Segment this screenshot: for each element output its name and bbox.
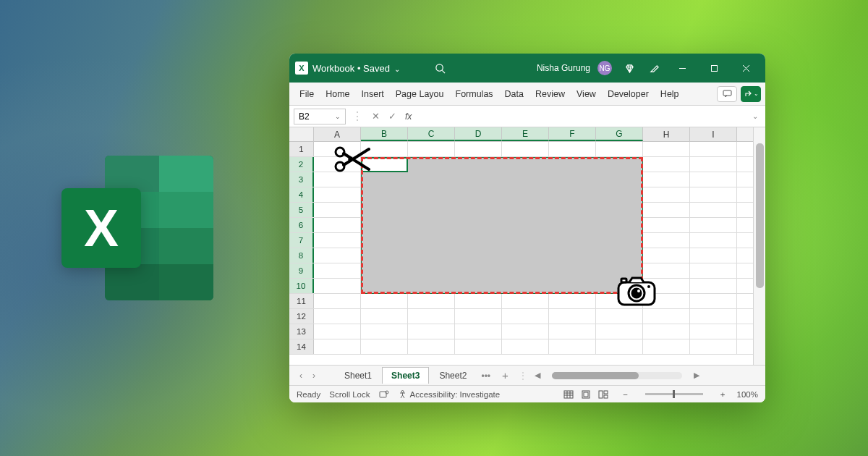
col-header-H[interactable]: H	[643, 127, 690, 141]
view-pagebreak-icon[interactable]	[595, 388, 611, 401]
cell[interactable]	[455, 309, 502, 324]
tab-formulas[interactable]: Formulas	[450, 83, 499, 105]
cell[interactable]	[408, 339, 455, 354]
col-header-G[interactable]: G	[596, 127, 643, 141]
col-header-C[interactable]: C	[408, 127, 455, 141]
cell[interactable]	[596, 339, 643, 354]
accessibility-status[interactable]: Accessibility: Investigate	[398, 389, 501, 399]
cell[interactable]	[690, 218, 737, 232]
cell[interactable]	[643, 203, 690, 217]
cell[interactable]	[690, 157, 737, 172]
cell[interactable]	[408, 294, 455, 308]
cell[interactable]	[502, 142, 549, 156]
cell[interactable]	[643, 218, 690, 232]
tab-file[interactable]: File	[294, 83, 320, 105]
zoom-slider[interactable]	[645, 393, 703, 395]
row-header-6[interactable]: 6	[289, 218, 314, 232]
cell[interactable]	[643, 309, 690, 324]
cell[interactable]	[314, 203, 361, 217]
cell[interactable]	[408, 309, 455, 324]
cell[interactable]	[643, 172, 690, 187]
row-header-13[interactable]: 13	[289, 324, 314, 339]
cell[interactable]	[690, 172, 737, 187]
row-header-7[interactable]: 7	[289, 233, 314, 248]
zoom-out[interactable]: −	[620, 390, 631, 399]
col-header-B[interactable]: B	[361, 127, 408, 141]
cell[interactable]	[643, 157, 690, 172]
row-header-10[interactable]: 10	[289, 279, 314, 293]
cell[interactable]	[549, 339, 596, 354]
cell[interactable]	[314, 233, 361, 248]
zoom-level[interactable]: 100%	[737, 390, 758, 399]
sheet-tab-2[interactable]: Sheet2	[430, 368, 475, 384]
diamond-icon[interactable]	[619, 58, 639, 78]
cell[interactable]	[643, 339, 690, 354]
add-sheet-button[interactable]: +	[496, 369, 514, 381]
cell[interactable]	[690, 294, 737, 308]
cell[interactable]	[502, 339, 549, 354]
cell[interactable]	[690, 263, 737, 278]
row-header-14[interactable]: 14	[289, 339, 314, 354]
cell[interactable]	[455, 294, 502, 308]
sheet-nav-next[interactable]: ›	[308, 371, 320, 381]
cell[interactable]	[361, 294, 408, 308]
tab-help[interactable]: Help	[655, 83, 685, 105]
cell[interactable]	[690, 203, 737, 217]
col-header-E[interactable]: E	[502, 127, 549, 141]
cell[interactable]	[502, 309, 549, 324]
cell[interactable]	[643, 248, 690, 263]
cell[interactable]	[314, 339, 361, 354]
cell[interactable]	[549, 309, 596, 324]
col-header-D[interactable]: D	[455, 127, 502, 141]
cell[interactable]	[455, 324, 502, 339]
cell[interactable]	[455, 339, 502, 354]
cell[interactable]	[690, 324, 737, 339]
maximize-button[interactable]	[700, 54, 728, 83]
search-icon[interactable]	[430, 58, 451, 78]
hscroll-right[interactable]: ▶	[691, 371, 702, 380]
cell[interactable]	[314, 218, 361, 232]
close-button[interactable]	[732, 54, 760, 83]
cell[interactable]	[408, 324, 455, 339]
macro-record-icon[interactable]	[379, 390, 389, 399]
view-pagelayout-icon[interactable]	[578, 388, 594, 401]
sheet-tab-1[interactable]: Sheet1	[336, 368, 380, 384]
cell[interactable]	[690, 309, 737, 324]
tab-insert[interactable]: Insert	[356, 83, 390, 105]
user-name[interactable]: Nisha Gurung	[537, 63, 590, 73]
cell[interactable]	[690, 279, 737, 293]
sheet-tab-3[interactable]: Sheet3	[382, 367, 429, 384]
col-header-F[interactable]: F	[549, 127, 596, 141]
cell[interactable]	[361, 324, 408, 339]
cell[interactable]	[549, 142, 596, 156]
cell[interactable]	[643, 324, 690, 339]
row-header-1[interactable]: 1	[289, 142, 314, 156]
tab-pagelayout[interactable]: Page Layou	[390, 83, 450, 105]
tab-view[interactable]: View	[571, 83, 602, 105]
row-header-11[interactable]: 11	[289, 294, 314, 308]
view-normal-icon[interactable]	[561, 388, 576, 401]
cell[interactable]	[690, 248, 737, 263]
cell[interactable]	[314, 279, 361, 293]
row-header-4[interactable]: 4	[289, 187, 314, 202]
spreadsheet-grid[interactable]: ABCDEFGHI 1234567891011121314	[289, 127, 753, 365]
vertical-scrollbar[interactable]	[753, 127, 765, 365]
hscroll-left[interactable]: ◀	[532, 371, 543, 380]
cell[interactable]	[502, 324, 549, 339]
col-header-A[interactable]: A	[314, 127, 361, 141]
user-avatar[interactable]: NG	[597, 61, 612, 75]
row-header-12[interactable]: 12	[289, 309, 314, 324]
cell[interactable]	[690, 339, 737, 354]
cell[interactable]	[314, 248, 361, 263]
comments-button[interactable]	[717, 86, 737, 102]
row-header-5[interactable]: 5	[289, 203, 314, 217]
zoom-in[interactable]: +	[718, 390, 728, 399]
cell[interactable]	[314, 263, 361, 278]
select-all-corner[interactable]	[289, 127, 314, 141]
tab-data[interactable]: Data	[499, 83, 529, 105]
cancel-formula-icon[interactable]: ✕	[369, 111, 383, 122]
tab-developer[interactable]: Developer	[602, 83, 655, 105]
cell[interactable]	[690, 142, 737, 156]
cell[interactable]	[455, 142, 502, 156]
cell[interactable]	[643, 142, 690, 156]
